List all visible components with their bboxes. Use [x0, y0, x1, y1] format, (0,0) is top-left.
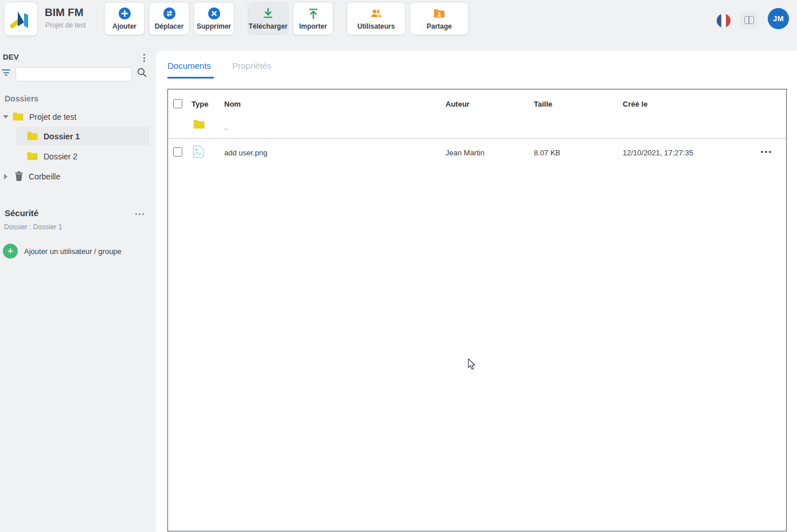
row-actions-menu-icon[interactable]	[759, 148, 773, 155]
share-button[interactable]: Partage	[410, 2, 468, 35]
mouse-cursor	[468, 358, 477, 371]
app-header: BIM FM Projet de test Ajouter Déplacer S…	[0, 0, 797, 50]
add-button[interactable]: Ajouter	[104, 2, 144, 35]
app-logo[interactable]	[5, 3, 37, 36]
select-all-checkbox[interactable]	[173, 99, 182, 108]
sidebar: DEV Dossiers Projet de test Dossier 1 Do…	[0, 50, 156, 532]
users-button-label: Utilisateurs	[357, 22, 394, 30]
tree-item-label: Dossier 2	[44, 152, 77, 161]
column-header-nom[interactable]: Nom	[224, 100, 241, 108]
tree-item-projet-de-test[interactable]: Projet de test	[0, 108, 156, 126]
delete-button[interactable]: Supprimer	[194, 2, 234, 35]
add-user-group-button[interactable]: + Ajouter un utilisateur / groupe	[3, 244, 122, 259]
column-header-type[interactable]: Type	[192, 100, 208, 108]
app-subtitle: Projet de test	[45, 21, 86, 29]
security-context: Dossier : Dossier 1	[4, 223, 62, 231]
plus-icon: +	[3, 244, 18, 259]
header-right: JM	[716, 8, 789, 29]
tree-item-label: Corbeille	[29, 172, 60, 181]
file-name[interactable]: add user.png	[224, 148, 267, 157]
chevron-down-icon[interactable]	[3, 115, 9, 119]
close-circle-icon	[208, 7, 221, 20]
file-name[interactable]: ..	[224, 123, 228, 131]
row-divider	[168, 138, 786, 139]
column-header-taille[interactable]: Taille	[534, 100, 552, 108]
move-circle-icon	[163, 7, 176, 20]
chevron-right-icon[interactable]	[4, 174, 7, 179]
split-view-icon[interactable]	[740, 11, 757, 29]
folder-icon	[26, 131, 38, 141]
add-button-label: Ajouter	[112, 22, 136, 30]
avatar[interactable]: JM	[768, 8, 789, 29]
search-input[interactable]	[15, 67, 132, 81]
column-header-auteur[interactable]: Auteur	[446, 100, 470, 108]
delete-button-label: Supprimer	[197, 22, 231, 30]
workspace-menu-icon[interactable]	[140, 53, 148, 62]
security-menu-icon[interactable]	[135, 213, 144, 215]
folders-section-label: Dossiers	[5, 94, 38, 103]
plus-circle-icon	[118, 7, 131, 20]
folder-icon	[193, 119, 205, 132]
import-button[interactable]: Importer	[293, 2, 333, 35]
shared-folder-icon	[432, 7, 446, 20]
file-author: Jean Martin	[446, 148, 485, 157]
users-icon	[369, 7, 383, 20]
folder-icon	[26, 151, 38, 161]
column-header-cree-le[interactable]: Créé le	[623, 100, 647, 108]
move-button-label: Déplacer	[155, 22, 184, 30]
download-icon	[261, 7, 275, 20]
row-checkbox[interactable]	[173, 147, 182, 157]
tree-item-label: Dossier 1	[44, 132, 80, 141]
toolbar: Ajouter Déplacer Supprimer Télécharger I…	[104, 2, 468, 35]
tree-item-label: Projet de test	[29, 112, 77, 122]
import-button-label: Importer	[299, 22, 327, 30]
add-user-group-label: Ajouter un utilisateur / groupe	[24, 247, 122, 256]
download-button[interactable]: Télécharger	[248, 2, 288, 35]
download-button-label: Télécharger	[248, 22, 287, 30]
bim-fm-logo-icon	[9, 7, 33, 32]
main-content: Documents Propriétés Type Nom Auteur Tai…	[156, 50, 797, 532]
filter-icon[interactable]	[2, 69, 11, 76]
tab-documents[interactable]: Documents	[167, 61, 211, 71]
security-section-title: Sécurité	[5, 208, 38, 218]
users-button[interactable]: Utilisateurs	[347, 2, 405, 35]
image-file-icon	[192, 144, 205, 161]
language-flag-icon[interactable]	[716, 13, 731, 28]
tab-proprietes[interactable]: Propriétés	[232, 61, 271, 71]
move-button[interactable]: Déplacer	[149, 2, 189, 35]
tree-item-corbeille[interactable]: Corbeille	[0, 167, 156, 185]
file-size: 8.07 KB	[534, 148, 560, 157]
tree-item-dossier-2[interactable]: Dossier 2	[0, 147, 156, 165]
documents-table: Type Nom Auteur Taille Créé le .. add us…	[167, 89, 787, 531]
workspace-title: DEV	[3, 53, 19, 61]
folder-icon	[12, 112, 24, 122]
file-created: 12/10/2021, 17:27:35	[623, 148, 693, 157]
app-title: BIM FM	[45, 6, 84, 19]
active-tab-indicator	[167, 77, 214, 79]
upload-icon	[307, 7, 320, 20]
search-icon[interactable]	[137, 68, 147, 77]
share-button-label: Partage	[427, 22, 452, 30]
trash-icon	[14, 171, 24, 182]
tree-item-dossier-1[interactable]: Dossier 1	[0, 127, 156, 145]
